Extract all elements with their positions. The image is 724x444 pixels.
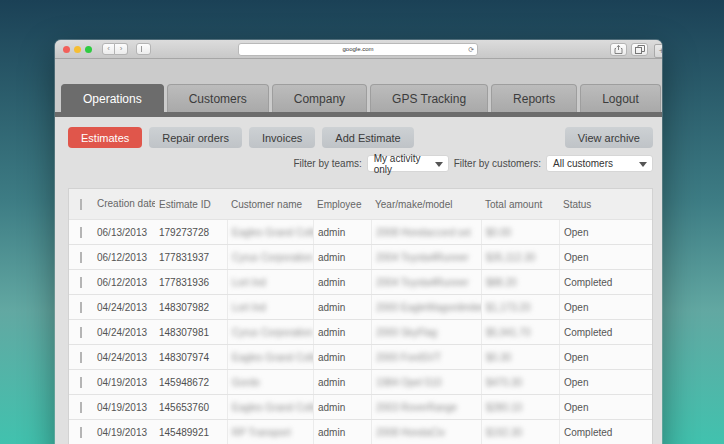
estimate-id-link[interactable]: 177831937 (159, 252, 209, 263)
estimate-id-cell: 179273728 (155, 227, 227, 238)
estimate-id-cell: 148307974 (155, 352, 227, 363)
total-amount-cell-blurred: $35,112.30 (486, 252, 535, 263)
creation-date-cell: 06/13/2013 (93, 227, 155, 238)
year-make-model-cell: 2000 SkyFlag (371, 320, 481, 344)
total-amount-cell-blurred: $470.30 (486, 377, 522, 388)
share-icon[interactable] (610, 43, 627, 56)
column-header-creation-date[interactable]: Creation date (93, 198, 155, 210)
forward-button[interactable]: › (115, 43, 128, 55)
total-amount-cell-blurred: $0.00 (486, 227, 511, 238)
tab-gps-tracking[interactable]: GPS Tracking (370, 84, 488, 112)
checkbox-cell (69, 352, 93, 363)
tabs-overview-icon[interactable] (631, 43, 648, 56)
customer-name-cell-blurred: Lort Ind (232, 277, 266, 288)
row-checkbox[interactable] (80, 252, 82, 263)
table-row: 04/19/2013145653760Eagles Grand Colts I.… (69, 394, 652, 419)
year-make-model-cell: 2000 EagleWagonlimited (371, 295, 481, 319)
filters-row: Filter by teams: My activity only Filter… (68, 155, 653, 172)
estimate-id-link[interactable]: 148307982 (159, 302, 209, 313)
add-estimate-button[interactable]: Add Estimate (322, 127, 413, 148)
window-controls (63, 46, 92, 53)
invoices-button[interactable]: Invoices (249, 127, 315, 148)
total-amount-cell-blurred: $88.20 (486, 277, 517, 288)
select-all-checkbox[interactable] (80, 199, 82, 210)
column-header-estimate-id[interactable]: Estimate ID (155, 199, 227, 210)
tab-company[interactable]: Company (272, 84, 367, 112)
column-header-customer-name[interactable]: Customer name (227, 199, 313, 210)
estimates-button[interactable]: Estimates (68, 127, 142, 148)
employee-cell: admin (313, 295, 371, 319)
tab-logout[interactable]: Logout (580, 84, 661, 112)
year-make-model-cell-blurred: 2004 Toyota4Runner (376, 252, 469, 263)
tab-customers[interactable]: Customers (167, 84, 269, 112)
year-make-model-cell: 2000 FordSVT (371, 345, 481, 369)
filter-customers-label: Filter by customers: (454, 158, 541, 169)
sub-toolbar: EstimatesRepair ordersInvoicesAdd Estima… (68, 127, 653, 148)
customers-dropdown-value: All customers (553, 158, 613, 169)
table-row: 04/19/2013145489921RP Transportadmin2008… (69, 419, 652, 444)
total-amount-cell: $0.30 (481, 345, 559, 369)
close-window-button[interactable] (63, 46, 70, 53)
creation-date-cell: 04/24/2013 (93, 352, 155, 363)
row-checkbox[interactable] (80, 377, 82, 388)
estimate-id-link[interactable]: 148307974 (159, 352, 209, 363)
estimate-id-cell: 145489921 (155, 427, 227, 438)
employee-cell: admin (313, 220, 371, 244)
status-cell: Open (559, 370, 652, 394)
estimate-id-link[interactable]: 148307981 (159, 327, 209, 338)
estimate-id-link[interactable]: 145489921 (159, 427, 209, 438)
estimate-id-link[interactable]: 145948672 (159, 377, 209, 388)
row-checkbox[interactable] (80, 427, 82, 438)
chevron-down-icon (435, 162, 443, 167)
repair-orders-button[interactable]: Repair orders (149, 127, 242, 148)
estimate-id-link[interactable]: 177831936 (159, 277, 209, 288)
customer-name-cell-blurred: RP Transport (232, 427, 291, 438)
table-row: 06/12/2013177831937Cyrus Corporationadmi… (69, 244, 652, 269)
estimate-id-cell: 148307982 (155, 302, 227, 313)
address-bar[interactable]: google.com ⟳ (238, 43, 478, 56)
total-amount-cell-blurred: $0.30 (486, 352, 511, 363)
year-make-model-cell-blurred: 1984 Opel 510 (376, 377, 442, 388)
estimate-id-link[interactable]: 145653760 (159, 402, 209, 413)
column-header-total-amount[interactable]: Total amount (481, 199, 559, 210)
employee-cell: admin (313, 370, 371, 394)
column-header-status[interactable]: Status (559, 199, 652, 210)
row-checkbox[interactable] (80, 327, 82, 338)
checkbox-cell (69, 227, 93, 238)
total-amount-cell: $0.00 (481, 220, 559, 244)
view-archive-button[interactable]: View archive (565, 127, 653, 148)
row-checkbox[interactable] (80, 277, 82, 288)
zoom-window-button[interactable] (85, 46, 92, 53)
browser-chrome: ‹ › google.com ⟳ + (55, 40, 662, 59)
customers-dropdown[interactable]: All customers (546, 155, 653, 172)
creation-date-cell: 06/12/2013 (93, 252, 155, 263)
tab-operations[interactable]: Operations (61, 84, 164, 112)
table-header-row: Creation date Estimate ID Customer name … (69, 189, 652, 219)
column-header-year-make-model[interactable]: Year/make/model (371, 199, 481, 210)
tab-reports[interactable]: Reports (491, 84, 577, 112)
teams-dropdown-value: My activity only (374, 153, 430, 175)
reload-icon[interactable]: ⟳ (468, 44, 474, 55)
sidebar-icon[interactable] (136, 43, 151, 55)
creation-date-cell: 04/19/2013 (93, 377, 155, 388)
row-checkbox[interactable] (80, 227, 82, 238)
new-tab-button[interactable]: + (654, 44, 662, 58)
minimize-window-button[interactable] (74, 46, 81, 53)
employee-cell: admin (313, 245, 371, 269)
teams-dropdown[interactable]: My activity only (367, 155, 449, 172)
year-make-model-cell-blurred: 2003 RoverRange (376, 402, 457, 413)
total-amount-cell: $280.10 (481, 395, 559, 419)
estimate-id-link[interactable]: 179273728 (159, 227, 209, 238)
creation-date-cell: 04/19/2013 (93, 402, 155, 413)
total-amount-cell-blurred: $5,941.70 (486, 327, 531, 338)
year-make-model-cell-blurred: 2008 Hondaccord sxt (376, 227, 471, 238)
back-button[interactable]: ‹ (102, 43, 115, 55)
row-checkbox[interactable] (80, 402, 82, 413)
app-tab-strip: OperationsCustomersCompanyGPS TrackingRe… (55, 59, 662, 112)
row-checkbox[interactable] (80, 302, 82, 313)
checkbox-cell (69, 252, 93, 263)
employee-cell: admin (313, 345, 371, 369)
row-checkbox[interactable] (80, 352, 82, 363)
column-header-employee[interactable]: Employee (313, 199, 371, 210)
customer-name-cell: Eagles Grand Colts I... (227, 345, 313, 369)
